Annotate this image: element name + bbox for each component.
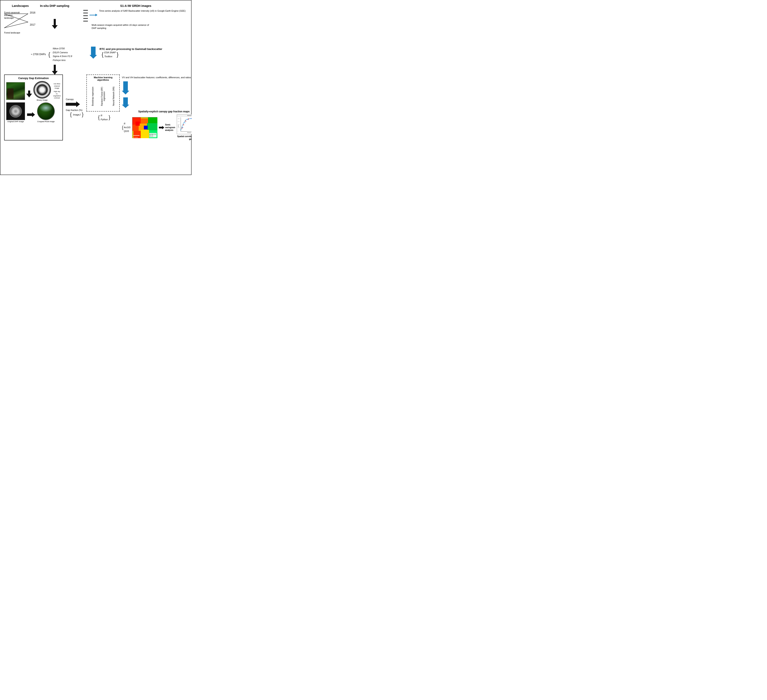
svg-rect-12	[141, 130, 149, 138]
bootstrap-algo: Bootstrap regression	[92, 83, 94, 110]
main-diagram: Landscapes Forest-savannah transition la…	[0, 0, 191, 175]
svg-text:0.50: 0.50	[178, 124, 180, 125]
semi-arrow	[159, 126, 164, 129]
binary-label: Binary image	[37, 99, 48, 101]
forest-label: Forest landscape	[4, 32, 22, 34]
r-python-block: { R Python }	[98, 114, 111, 121]
dhp-sampling-header: In-situ DHP sampling	[40, 4, 69, 8]
canopy-arrow-right	[27, 112, 35, 117]
year-2016: 2016	[30, 11, 35, 14]
canopy-gap-box: Canopy Gap Estimation	[4, 75, 63, 140]
svg-point-28	[182, 127, 183, 128]
blue-channel-label: Use Blue channel image	[53, 83, 61, 89]
vv-vh-text: VV and VH backscatter features: coeffici…	[122, 76, 191, 79]
semi-svg: Distance (m × 10³) γ(h) 0 0.25 0.50 0.75…	[177, 116, 191, 133]
cropped-rgb-label: Cropped RGB image	[37, 121, 55, 122]
forest-savannah-label: Forest-savannah transition landscape	[4, 11, 22, 19]
svg-point-30	[188, 119, 188, 120]
ml-algorithms-box: Machine learning algorithms Bootstrap re…	[86, 75, 120, 111]
svg-point-20	[182, 127, 183, 129]
svg-text:0.75: 0.75	[178, 121, 180, 122]
r-label: R	[100, 114, 108, 117]
blue-arrow-down-3	[122, 97, 129, 108]
svg-text:γ(h): γ(h)	[178, 125, 179, 127]
semi-label: Semi-variogram analysis	[165, 124, 175, 132]
spatial-correlation-label: Spatial correlation in canopy gaps	[177, 135, 191, 140]
sar-image-dashes	[83, 9, 88, 21]
gap-fraction-label: Gap fraction (%)	[66, 109, 83, 111]
dhp-count-block: ≈ 2700 DHPs { Nikon D700 DSLR Camera Sig…	[31, 47, 72, 62]
svg-point-22	[185, 121, 186, 122]
svg-point-21	[183, 124, 184, 125]
original-dhp-label: Original DHP image	[7, 121, 24, 122]
blue-arrow-down-2	[122, 81, 129, 94]
canopy-arrow-down	[26, 90, 32, 97]
ml-algorithms-list: Bootstrap regression Random Forest (RF) …	[88, 83, 118, 110]
multiseason-text: Multi-season images acquired within ±6 d…	[92, 24, 150, 30]
spatial-label: Spatially-explicit canopy gap fraction m…	[122, 110, 191, 113]
semivariogram-chart: Semivariogram	[177, 114, 191, 134]
sar-timeseries-text: Time-series analysis of SAR Backscatter …	[99, 9, 186, 13]
semi-title: Semivariogram	[177, 115, 191, 116]
svg-rect-16	[133, 135, 140, 136]
svg-point-29	[185, 122, 185, 123]
tool-arcgis: ArcGIS	[124, 126, 130, 129]
binary-circle-image	[33, 81, 51, 98]
black-photo	[6, 102, 25, 120]
tool-r: R	[124, 122, 130, 126]
camera-line-1: Nikon D700	[53, 47, 72, 51]
sar-blue-arrow-right	[89, 14, 97, 16]
sar-header: S1-A IW GRDH images	[83, 4, 188, 8]
right-outputs: VV and VH backscatter features: coeffici…	[121, 75, 191, 140]
camera-line-3: Sigma 4.5mm F2.8	[53, 54, 72, 58]
landscapes-header: Landscapes	[4, 4, 37, 8]
dhp-arrow-down-2	[52, 65, 58, 75]
rgb-circle-image	[37, 102, 55, 120]
camera-specs-col: ≈ 2700 DHPs { Nikon D700 DSLR Camera Sig…	[37, 47, 73, 74]
esa-snap-line-1: ESA SNAP	[104, 51, 116, 54]
dhp-sampling-section: In-situ DHP sampling	[37, 4, 73, 46]
sar-rtc-col: RTC and pre-processing to Gamma0 backsca…	[83, 47, 188, 74]
middle-connector: Canopy Gap fraction (%) {	[64, 75, 85, 140]
camera-line-2: DSLR Camera	[53, 51, 72, 54]
nn-algo: Neural Network (NN)	[113, 83, 115, 110]
svg-rect-15	[144, 126, 148, 129]
dhp-arrow-down	[52, 19, 58, 29]
landscapes-section: Landscapes Forest-savannah transition la…	[4, 4, 37, 46]
canopy-big-arrow	[66, 102, 83, 107]
canopy-output-label: Canopy	[66, 98, 83, 100]
ml-header: Machine learning algorithms	[88, 76, 118, 81]
svg-text:Distance (m × 10³): Distance (m × 10³)	[188, 132, 191, 133]
dhp-count: ≈ 2700 DHPs	[31, 53, 46, 56]
svg-rect-14	[135, 122, 140, 126]
camera-line-4: Fisheye lens	[53, 58, 72, 62]
sar-section: S1-A IW GRDH images	[83, 4, 188, 46]
svg-text:0: 0	[178, 131, 178, 132]
canopy-title: Canopy Gap Estimation	[6, 76, 61, 80]
rf-algo: Random Forest (RF) regression	[101, 83, 105, 110]
svg-text:0  5  10 km: 0 5 10 km	[133, 137, 138, 138]
map-low-label: ■ Low	[150, 135, 156, 137]
year-2017: 2017	[30, 23, 35, 26]
python-label: Python	[100, 117, 108, 122]
esa-snap-line-2: Toolbox	[104, 54, 116, 59]
map-high-label: ■ High 6.91	[150, 133, 156, 135]
blue-arrow-down-1	[89, 47, 97, 59]
tools-block: { R ArcGIS QGIS	[122, 122, 130, 133]
camera-labels: Nikon D700 DSLR Camera Sigma 4.5mm F2.8 …	[53, 47, 72, 62]
svg-rect-7	[148, 117, 158, 124]
svg-rect-6	[141, 118, 148, 124]
semivariogram-block: Semivariogram	[177, 114, 191, 140]
tool-qgis: QGIS	[124, 129, 130, 133]
high-sky-label: High sky vs. vegetation contrast	[53, 90, 61, 99]
spatial-block: { R ArcGIS QGIS	[122, 114, 191, 140]
fisheye-circle	[10, 105, 22, 117]
dhp-forest-photo	[6, 82, 25, 100]
imagej-label: ImageJ	[73, 113, 81, 116]
svg-text:1.00: 1.00	[178, 118, 180, 119]
canopy-map: 0 5 10 km ■ High 6.91 ■ Low	[132, 117, 157, 138]
rtc-title: RTC and pre-processing to Gamma0 backsca…	[100, 48, 162, 51]
esasnap-block: { ESA SNAP Toolbox }	[102, 51, 162, 58]
svg-text:0.25: 0.25	[178, 127, 180, 128]
imagej-block: { ImageJ }	[70, 112, 83, 117]
